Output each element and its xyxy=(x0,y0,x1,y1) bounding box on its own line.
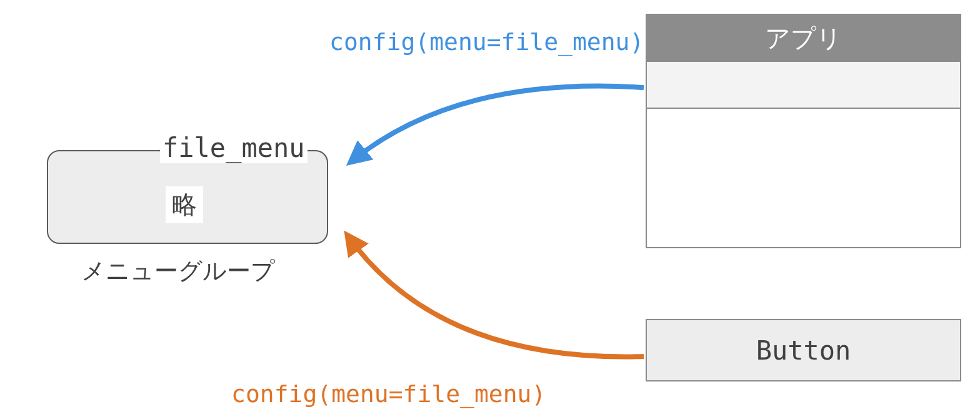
arrow-app-to-menu xyxy=(350,86,644,163)
file-menu-caption: メニューグループ xyxy=(81,255,275,287)
app-titlebar: アプリ xyxy=(647,15,960,62)
button-widget: Button xyxy=(646,319,961,381)
file-menu-inner-label: 略 xyxy=(166,186,203,223)
app-menubar xyxy=(647,62,960,109)
button-label: Button xyxy=(756,335,851,366)
file-menu-title: file_menu xyxy=(160,133,308,163)
config-label-top: config(menu=file_menu) xyxy=(329,28,644,56)
app-window: アプリ xyxy=(646,14,961,248)
config-label-bottom: config(menu=file_menu) xyxy=(231,380,546,408)
app-title: アプリ xyxy=(765,21,842,56)
arrow-button-to-menu xyxy=(347,235,644,356)
